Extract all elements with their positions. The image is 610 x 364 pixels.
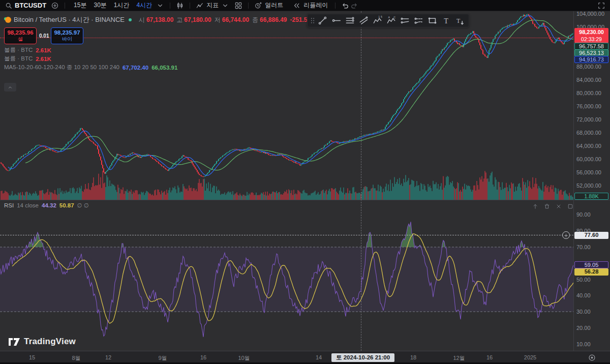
ma-price-badge: 96,757.58 bbox=[574, 43, 608, 50]
symbol-title[interactable]: Bitcoin / TetherUS · 4시간 · BINANCE bbox=[14, 15, 125, 24]
crosshair-vertical-line bbox=[361, 11, 361, 351]
search-icon[interactable] bbox=[4, 1, 13, 10]
gann-points-icon[interactable] bbox=[398, 15, 412, 27]
svg-text:T: T bbox=[456, 17, 461, 24]
svg-text:C: C bbox=[393, 16, 395, 19]
alert-button[interactable]: 얼러트 bbox=[265, 1, 283, 10]
ma-legend-row[interactable]: MA5-10-20-60-120-240 종 10 20 50 100 240 … bbox=[4, 64, 177, 71]
price-tick: 52,000.00 bbox=[576, 183, 601, 189]
undo-icon[interactable] bbox=[341, 1, 350, 10]
interval-button-1시간[interactable]: 1시간 bbox=[114, 1, 130, 10]
time-tick: 8월 bbox=[72, 354, 80, 362]
close-label: 종 bbox=[252, 16, 258, 24]
elliott-wave-icon[interactable]: 15 bbox=[371, 15, 384, 27]
time-tick: 12 bbox=[105, 354, 111, 360]
alert-clock-icon[interactable] bbox=[254, 1, 263, 10]
time-tick: 18 bbox=[410, 354, 416, 360]
redo-icon[interactable] bbox=[350, 1, 359, 10]
buy-label: 바이 bbox=[51, 36, 83, 42]
replay-button[interactable]: 리플레이 bbox=[303, 1, 328, 10]
time-tick: 9월 bbox=[158, 354, 167, 362]
rsi-value: 44.32 bbox=[42, 202, 56, 208]
high-label: 고 bbox=[176, 16, 182, 24]
rsi-title: RSI bbox=[4, 202, 14, 208]
candles bbox=[1, 14, 573, 177]
open-label: 시 bbox=[139, 16, 145, 24]
maximize-pane-button[interactable] bbox=[567, 203, 574, 210]
rsi-ma-badge: 56.28 bbox=[574, 268, 608, 276]
layout-grid-icon[interactable] bbox=[234, 1, 243, 10]
interval-button-30분[interactable]: 30분 bbox=[94, 1, 106, 10]
rsi-empty-values: ∅ ∅ bbox=[77, 202, 89, 209]
rsi-tick: 30.00 bbox=[576, 309, 591, 315]
bitcoin-coin-icon bbox=[4, 17, 11, 23]
indicators-chevron-down-icon[interactable] bbox=[221, 1, 230, 10]
symbol-search-button[interactable]: BTCUSDT bbox=[15, 2, 46, 9]
abc-pattern-icon[interactable]: AC bbox=[384, 15, 398, 27]
ma-price-badge: 94,916.73 bbox=[574, 56, 608, 63]
rsi-params: 14 close bbox=[17, 202, 39, 208]
rsi-tick: 20.00 bbox=[576, 325, 591, 331]
volume-bars bbox=[1, 171, 573, 200]
delete-pane-button[interactable] bbox=[543, 203, 551, 210]
trend-line-icon[interactable] bbox=[316, 15, 329, 27]
rsi-last-badge: 59.05 bbox=[574, 261, 608, 268]
price-tick: 64,000.00 bbox=[576, 143, 601, 149]
svg-text:1: 1 bbox=[378, 16, 380, 18]
compare-add-icon[interactable] bbox=[50, 1, 59, 10]
tradingview-logo-glyph bbox=[8, 338, 20, 346]
move-pane-up-button[interactable] bbox=[532, 203, 539, 210]
time-axis[interactable]: 158월129월1610월141812월162025 토 2024-10-26 … bbox=[0, 351, 610, 364]
tradingview-logo[interactable]: TradingView bbox=[8, 337, 76, 347]
toolbar-divider bbox=[248, 3, 249, 9]
volume-legend-row[interactable]: 볼륨 · BTC2.61K bbox=[4, 46, 51, 54]
volume-legend-row[interactable]: 볼륨 · BTC2.61K bbox=[4, 55, 51, 63]
price-tick: 80,000.00 bbox=[576, 90, 601, 96]
time-tick: 12월 bbox=[453, 354, 465, 362]
pane-controls bbox=[532, 203, 574, 210]
ma-price-badge: 96,523.13 bbox=[574, 49, 608, 56]
price-tick: 76,000.00 bbox=[576, 103, 601, 109]
toolbar-divider bbox=[65, 3, 65, 9]
buy-button[interactable]: 98,235.97 바이 bbox=[51, 27, 83, 44]
volume-name: 볼륨 · BTC bbox=[4, 55, 33, 63]
replay-icon[interactable] bbox=[292, 1, 301, 10]
sell-button[interactable]: 98,235.96 셀 bbox=[4, 27, 37, 44]
close-pane-button[interactable] bbox=[555, 203, 562, 210]
low-value: 66,744.00 bbox=[222, 16, 249, 23]
pane-separator[interactable] bbox=[0, 200, 610, 200]
interval-button-15분[interactable]: 15분 bbox=[74, 1, 86, 10]
rsi-chart[interactable] bbox=[0, 200, 573, 351]
top-toolbar: BTCUSDT 15분30분1시간4시간 지표 얼러트 리플레이 bbox=[0, 0, 610, 11]
price-chart[interactable] bbox=[0, 11, 573, 200]
last-price-badge[interactable]: 98,230.00 02:33:29 bbox=[574, 28, 608, 43]
price-tick: 104,000.00 bbox=[576, 11, 604, 17]
interval-button-4시간[interactable]: 4시간 bbox=[137, 1, 152, 10]
toolbar-divider bbox=[335, 3, 336, 9]
anchored-text-icon[interactable]: T bbox=[453, 15, 467, 27]
drawing-toolbar-handle[interactable] bbox=[310, 15, 316, 27]
parallel-channel-icon[interactable] bbox=[357, 15, 371, 27]
text-icon[interactable]: T bbox=[439, 15, 453, 27]
interval-chevron-down-icon[interactable] bbox=[156, 1, 165, 10]
flat-lines-icon[interactable] bbox=[343, 15, 357, 27]
legend-collapse-button[interactable] bbox=[4, 83, 16, 92]
indicators-icon[interactable] bbox=[195, 1, 204, 10]
market-status-dot[interactable] bbox=[129, 18, 132, 21]
chart-stage: Bitcoin / TetherUS · 4시간 · BINANCE 시 67,… bbox=[0, 11, 610, 351]
horizontal-ray-icon[interactable] bbox=[329, 15, 343, 27]
crosshair-horizontal-line bbox=[0, 235, 573, 235]
svg-text:5: 5 bbox=[381, 16, 382, 18]
chart-style-candles-icon[interactable] bbox=[175, 1, 185, 10]
fullscreen-icon[interactable] bbox=[597, 1, 606, 10]
price-tick: 88,000.00 bbox=[576, 64, 601, 70]
prediction-icon[interactable] bbox=[412, 15, 425, 27]
main-legend-row: Bitcoin / TetherUS · 4시간 · BINANCE 시 67,… bbox=[4, 15, 336, 24]
add-alert-plus-icon[interactable] bbox=[562, 231, 570, 239]
rsi-tick: 50.00 bbox=[576, 277, 591, 283]
scroll-to-realtime-icon[interactable] bbox=[588, 353, 596, 362]
indicators-button[interactable]: 지표 bbox=[206, 1, 219, 10]
price-tick: 72,000.00 bbox=[576, 116, 601, 123]
rsi-legend-row[interactable]: RSI 14 close 44.32 50.87 ∅ ∅ bbox=[4, 202, 89, 209]
rectangle-icon[interactable] bbox=[425, 15, 439, 27]
